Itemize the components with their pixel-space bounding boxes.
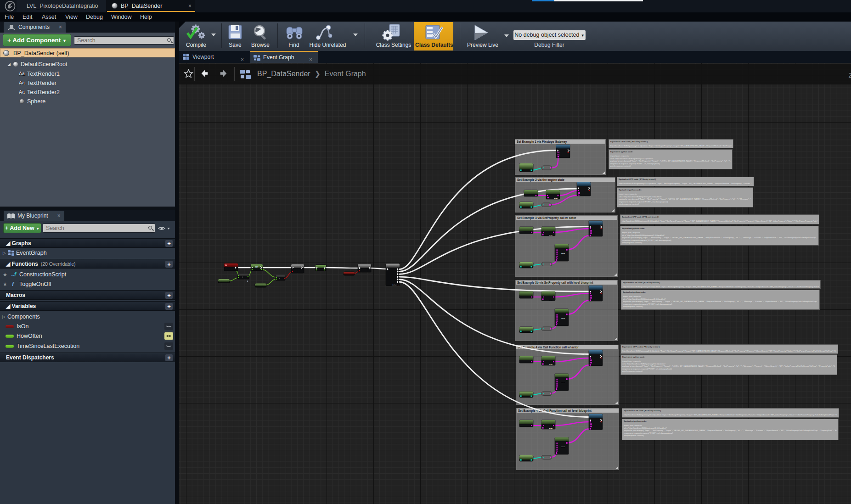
svg-text:▬ ▬: ▬ ▬ bbox=[549, 427, 552, 429]
svg-text:▬ ▬: ▬ ▬ bbox=[549, 364, 552, 365]
svg-text:▬ ▬: ▬ ▬ bbox=[561, 317, 565, 319]
svg-text:+: + bbox=[242, 275, 243, 278]
svg-text:▬ ▬: ▬ ▬ bbox=[549, 234, 552, 236]
svg-text:▬ ▬: ▬ ▬ bbox=[561, 382, 565, 384]
svg-text:+: + bbox=[247, 280, 248, 282]
svg-text:▬ ▬: ▬ ▬ bbox=[561, 252, 565, 254]
svg-text:SET: SET bbox=[255, 266, 259, 268]
svg-text:>: > bbox=[279, 277, 280, 280]
svg-text:▬ ▬: ▬ ▬ bbox=[554, 197, 558, 199]
svg-text:Add pin +: Add pin + bbox=[392, 284, 399, 286]
svg-text:▬ ▬: ▬ ▬ bbox=[549, 299, 552, 301]
svg-text:▬ ▬: ▬ ▬ bbox=[561, 446, 565, 448]
